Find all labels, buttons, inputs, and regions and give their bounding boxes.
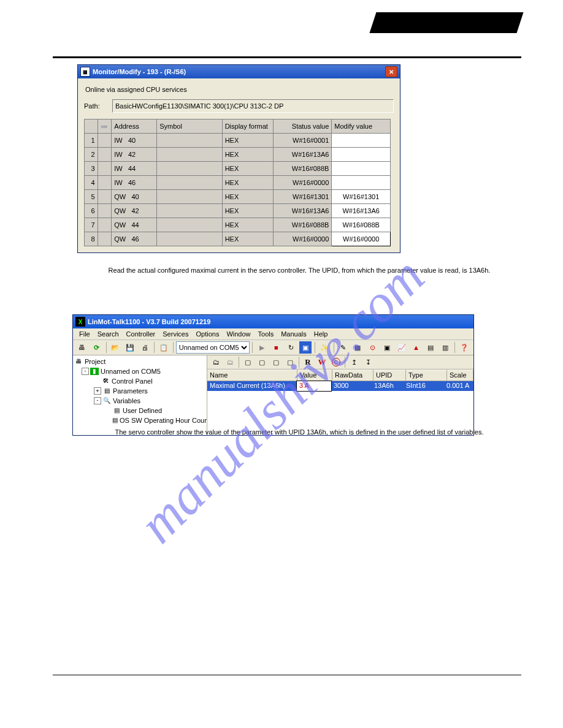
col-upid[interactable]: UPID bbox=[373, 370, 406, 381]
menu-tools[interactable]: Tools bbox=[255, 329, 278, 339]
col-value[interactable]: Value bbox=[297, 370, 332, 381]
table-row[interactable]: 6QW 42HEXW#16#13A6W#16#13A6 bbox=[85, 204, 391, 218]
warning-icon[interactable]: ▲ bbox=[410, 341, 423, 354]
menu-manuals[interactable]: Manuals bbox=[277, 329, 310, 339]
cell-display-format[interactable]: HEX bbox=[222, 190, 273, 204]
wand-icon[interactable]: ✨ bbox=[318, 341, 331, 354]
cell-address[interactable]: QW 42 bbox=[112, 204, 157, 218]
cell-symbol[interactable] bbox=[157, 232, 222, 246]
tree-control-panel[interactable]: 🛠Control Panel bbox=[73, 376, 207, 386]
cell-display-format[interactable]: HEX bbox=[222, 162, 273, 176]
stop-icon[interactable]: ■ bbox=[270, 341, 283, 354]
cell-address[interactable]: IW 46 bbox=[112, 176, 157, 190]
cell-address[interactable]: IW 42 bbox=[112, 148, 157, 162]
cell-modify-value[interactable] bbox=[332, 134, 391, 148]
card2-icon[interactable]: 🗂 bbox=[223, 356, 237, 368]
card-icon[interactable]: 🗂 bbox=[209, 356, 223, 368]
cell-display-format[interactable]: HEX bbox=[222, 176, 273, 190]
table-row[interactable]: 7QW 44HEXW#16#088BW#16#088B bbox=[85, 218, 391, 232]
tree-root[interactable]: 🖶Project bbox=[73, 357, 207, 366]
up-icon[interactable]: ↥ bbox=[347, 356, 361, 368]
table-row[interactable]: 2IW 42HEXW#16#13A6 bbox=[85, 148, 391, 162]
col-rawdata[interactable]: RawData bbox=[332, 370, 373, 381]
save-icon[interactable]: 💾 bbox=[123, 341, 137, 354]
cycle-button[interactable]: C bbox=[329, 356, 343, 368]
cell-modify-value[interactable]: W#16#088B bbox=[332, 218, 391, 232]
badge2-icon[interactable]: ▢ bbox=[255, 356, 269, 368]
play-icon[interactable]: ▶ bbox=[255, 341, 269, 354]
layers-icon[interactable]: ▥ bbox=[439, 341, 452, 354]
menu-options[interactable]: Options bbox=[192, 329, 223, 339]
cell-symbol[interactable] bbox=[157, 134, 222, 148]
cell-address[interactable]: IW 40 bbox=[112, 134, 157, 148]
table-row[interactable]: 5QW 40HEXW#16#1301W#16#1301 bbox=[85, 190, 391, 204]
print-icon[interactable]: 🖨 bbox=[138, 341, 151, 354]
down-icon[interactable]: ↧ bbox=[361, 356, 375, 368]
reload-icon[interactable]: ↻ bbox=[284, 341, 297, 354]
wand2-icon[interactable]: ✎ bbox=[337, 341, 350, 354]
motor-icon[interactable]: ▣ bbox=[299, 341, 312, 354]
cell-symbol[interactable] bbox=[157, 218, 222, 232]
tree-device[interactable]: -▮Unnamed on COM5 bbox=[73, 366, 207, 376]
menu-window[interactable]: Window bbox=[223, 329, 254, 339]
titlebar[interactable]: ▦ Monitor/Modify - 193 - (R-/S6) ✕ bbox=[78, 65, 400, 78]
path-input[interactable] bbox=[112, 99, 394, 113]
refresh-icon[interactable]: ⟳ bbox=[90, 341, 104, 354]
badge3-icon[interactable]: ▢ bbox=[269, 356, 283, 368]
cell-address[interactable]: QW 46 bbox=[112, 232, 157, 246]
close-icon[interactable]: ✕ bbox=[385, 66, 397, 77]
menu-services[interactable]: Services bbox=[159, 329, 192, 339]
clipboard-icon[interactable]: 📋 bbox=[157, 341, 170, 354]
control-icon[interactable]: ▣ bbox=[380, 341, 394, 354]
badge1-icon[interactable]: ▢ bbox=[241, 356, 255, 368]
cell-display-format[interactable]: HEX bbox=[222, 134, 273, 148]
badge4-icon[interactable]: ▢ bbox=[283, 356, 297, 368]
list-icon[interactable]: ▤ bbox=[424, 341, 437, 354]
tree-parameters[interactable]: +▤Parameters bbox=[73, 386, 207, 396]
col-scale[interactable]: Scale bbox=[447, 370, 473, 381]
cell-modify-value[interactable] bbox=[332, 148, 391, 162]
col-modify-value[interactable]: Modify value bbox=[332, 119, 391, 134]
help-icon[interactable]: ❓ bbox=[458, 341, 471, 354]
titlebar[interactable]: X LinMot-Talk1100 - V3.7 Build 20071219 bbox=[73, 315, 473, 328]
cell-address[interactable]: IW 44 bbox=[112, 162, 157, 176]
cell-symbol[interactable] bbox=[157, 190, 222, 204]
open-icon[interactable]: 📂 bbox=[109, 341, 123, 354]
menu-file[interactable]: File bbox=[75, 329, 94, 339]
read-button[interactable]: R bbox=[301, 356, 315, 368]
col-address[interactable]: Address bbox=[112, 119, 157, 134]
menu-help[interactable]: Help bbox=[310, 329, 332, 339]
cell-symbol[interactable] bbox=[157, 176, 222, 190]
menu-search[interactable]: Search bbox=[94, 329, 123, 339]
col-type[interactable]: Type bbox=[406, 370, 447, 381]
cell-display-format[interactable]: HEX bbox=[222, 218, 273, 232]
table-row[interactable]: 3IW 44HEXW#16#088B bbox=[85, 162, 391, 176]
cell-address[interactable]: QW 44 bbox=[112, 218, 157, 232]
cell-modify-value[interactable]: W#16#1301 bbox=[332, 190, 391, 204]
cell-symbol[interactable] bbox=[157, 204, 222, 218]
write-button[interactable]: W bbox=[315, 356, 329, 368]
table-row[interactable]: 8QW 46HEXW#16#0000W#16#0000 bbox=[85, 232, 391, 246]
cell-address[interactable]: QW 40 bbox=[112, 190, 157, 204]
cell-symbol[interactable] bbox=[157, 162, 222, 176]
menu-controller[interactable]: Controller bbox=[123, 329, 159, 339]
col-symbol[interactable]: Symbol bbox=[157, 119, 222, 134]
tree-user-defined[interactable]: ▤User Defined bbox=[73, 406, 207, 415]
glasses-icon[interactable] bbox=[98, 119, 112, 134]
table-row[interactable]: 1IW 40HEXW#16#0001 bbox=[85, 134, 391, 148]
cell-value[interactable]: 3 A bbox=[297, 381, 331, 391]
cell-modify-value[interactable] bbox=[332, 162, 391, 176]
tree-variables[interactable]: -🔍Variables bbox=[73, 396, 207, 406]
col-name[interactable]: Name bbox=[207, 370, 297, 381]
table-row[interactable]: Maximal Current (13A6h) 3 A 3000 13A6h S… bbox=[207, 381, 473, 391]
col-status-value[interactable]: Status value bbox=[273, 119, 332, 134]
cell-modify-value[interactable]: W#16#0000 bbox=[332, 232, 391, 246]
project-tree-pane[interactable]: 🖶Project -▮Unnamed on COM5 🛠Control Pane… bbox=[73, 355, 207, 435]
cell-display-format[interactable]: HEX bbox=[222, 204, 273, 218]
table-row[interactable]: 4IW 46HEXW#16#0000 bbox=[85, 176, 391, 190]
chart-icon[interactable]: 📈 bbox=[395, 341, 408, 354]
search-icon[interactable]: ⊙ bbox=[366, 341, 379, 354]
install-icon[interactable]: 🖶 bbox=[75, 341, 89, 354]
cell-display-format[interactable]: HEX bbox=[222, 148, 273, 162]
device-select[interactable]: Unnamed on COM5 bbox=[176, 341, 250, 354]
